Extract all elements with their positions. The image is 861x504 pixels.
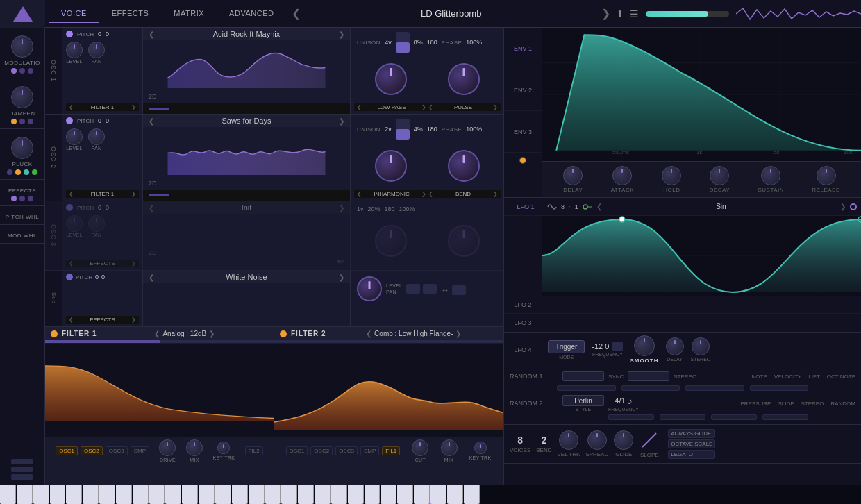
option-legato[interactable]: LEGATO bbox=[668, 450, 715, 459]
menu-icon[interactable]: ☰ bbox=[630, 8, 639, 19]
filter1-fil2-btn[interactable]: FIL2 bbox=[245, 446, 263, 455]
env-attack-knob[interactable] bbox=[612, 166, 632, 185]
random1-slider1[interactable] bbox=[557, 385, 616, 391]
osc1-unison-slider[interactable] bbox=[396, 32, 410, 53]
piano-white-key[interactable] bbox=[199, 485, 215, 504]
filter2-type-right[interactable]: ❯ bbox=[455, 330, 461, 337]
piano-white-key[interactable] bbox=[83, 485, 99, 504]
osc3-enable[interactable] bbox=[66, 204, 73, 211]
filter2-fil1-btn[interactable]: FIL1 bbox=[382, 446, 400, 455]
piano-white-key[interactable] bbox=[298, 485, 314, 504]
piano-white-key[interactable] bbox=[447, 485, 463, 504]
osc1-filter-left-arrow[interactable]: ❮ bbox=[69, 104, 74, 110]
lfo4-trigger-btn[interactable]: Trigger bbox=[548, 340, 585, 353]
filter2-mix-knob[interactable] bbox=[441, 439, 458, 456]
piano-white-key[interactable] bbox=[165, 485, 181, 504]
osc3-edit-icon[interactable]: ✏ bbox=[337, 257, 344, 267]
osc1-enable[interactable] bbox=[66, 31, 73, 37]
sub-enable[interactable] bbox=[66, 274, 73, 280]
osc3-filter-left[interactable]: ❮ bbox=[69, 260, 74, 267]
env1-label[interactable]: ENV 1 bbox=[504, 28, 542, 69]
env2-label[interactable]: ENV 2 bbox=[504, 69, 542, 111]
tab-voice[interactable]: VOICE bbox=[49, 5, 99, 23]
spread-knob[interactable] bbox=[587, 430, 607, 450]
piano-white-key[interactable] bbox=[0, 485, 16, 504]
filter2-osc2-btn[interactable]: OSC2 bbox=[310, 446, 333, 455]
random1-slider4[interactable] bbox=[750, 385, 809, 391]
piano-white-key[interactable] bbox=[281, 485, 297, 504]
piano-white-key[interactable] bbox=[315, 485, 331, 504]
osc1-filter-right-arrow[interactable]: ❯ bbox=[131, 104, 136, 110]
osc2-main-knob[interactable] bbox=[375, 150, 407, 182]
veltrk-knob[interactable] bbox=[559, 430, 578, 450]
filter2-osc3-btn[interactable]: OSC3 bbox=[335, 446, 358, 455]
random1-slider3[interactable] bbox=[685, 385, 744, 391]
osc3-wave-left[interactable]: ❮ bbox=[149, 204, 154, 212]
random2-slider4[interactable] bbox=[762, 414, 808, 420]
filter2-keytrk-knob[interactable] bbox=[474, 442, 487, 454]
tab-matrix[interactable]: MATRIX bbox=[161, 5, 217, 23]
piano-white-key[interactable] bbox=[99, 485, 115, 504]
osc2-second-knob[interactable] bbox=[448, 150, 480, 182]
option-always-glide[interactable]: ALWAYS GLIDE bbox=[668, 429, 715, 438]
osc2-mod-left-arrow[interactable]: ❮ bbox=[357, 191, 362, 197]
filter2-smp-btn[interactable]: SMP bbox=[360, 446, 379, 455]
osc3-second-knob[interactable] bbox=[448, 225, 480, 257]
random2-style-field[interactable]: Perlin bbox=[562, 395, 604, 406]
osc1-pan-knob[interactable] bbox=[88, 42, 105, 58]
piano-white-key[interactable] bbox=[50, 485, 66, 504]
osc3-main-knob[interactable] bbox=[375, 225, 407, 257]
piano-white-key[interactable] bbox=[66, 485, 82, 504]
piano-white-key[interactable] bbox=[397, 485, 413, 504]
osc3-wave-right[interactable]: ❯ bbox=[339, 204, 344, 212]
filter1-drive-knob[interactable] bbox=[159, 439, 176, 456]
filter1-osc2-btn[interactable]: OSC2 bbox=[81, 446, 103, 455]
filter1-type-right[interactable]: ❯ bbox=[209, 330, 215, 337]
piano-white-key[interactable] bbox=[17, 485, 33, 504]
sub-shape-icon-2[interactable] bbox=[423, 284, 437, 294]
lfo1-side-label[interactable] bbox=[504, 216, 542, 296]
random2-slider1[interactable] bbox=[608, 414, 654, 420]
osc1-wave-left[interactable]: ❮ bbox=[149, 31, 154, 38]
lfo4-label[interactable]: LFO 4 bbox=[504, 333, 542, 367]
piano-white-key[interactable] bbox=[116, 485, 132, 504]
osc1-mod-right-arrow[interactable]: ❯ bbox=[421, 104, 426, 110]
filter2-cut-knob[interactable] bbox=[412, 439, 428, 456]
random2-slider2[interactable] bbox=[660, 414, 705, 420]
piano-white-key[interactable] bbox=[33, 485, 49, 504]
osc2-filter-left-arrow[interactable]: ❮ bbox=[69, 191, 74, 197]
env-delay-knob[interactable] bbox=[563, 166, 583, 185]
piano-white-key[interactable] bbox=[464, 485, 480, 504]
env3-label[interactable]: ENV 3 bbox=[504, 111, 542, 153]
env-release-knob[interactable] bbox=[817, 166, 836, 185]
nav-left-arrow[interactable]: ❮ bbox=[286, 7, 306, 20]
osc2-wave-left[interactable]: ❮ bbox=[149, 117, 154, 125]
lfo1-label[interactable]: LFO 1 bbox=[508, 203, 543, 210]
lfo4-smooth-knob[interactable] bbox=[634, 335, 655, 356]
lfo4-stereo-knob[interactable] bbox=[692, 337, 710, 355]
piano-white-key[interactable] bbox=[149, 485, 165, 504]
piano-white-key[interactable] bbox=[414, 485, 430, 504]
modulation-knob[interactable] bbox=[11, 35, 33, 58]
osc2-filter-right-arrow[interactable]: ❯ bbox=[131, 191, 136, 197]
filter2-osc1-btn[interactable]: OSC1 bbox=[286, 446, 308, 455]
osc3-level-knob[interactable] bbox=[66, 215, 83, 232]
sub-wave-right[interactable]: ❯ bbox=[339, 274, 344, 281]
osc2-wave-right[interactable]: ❯ bbox=[339, 117, 344, 125]
piano-white-key[interactable] bbox=[331, 485, 347, 504]
lfo2-label[interactable]: LFO 2 bbox=[504, 296, 542, 314]
lfo1-arrow-left[interactable]: ❮ bbox=[596, 203, 602, 210]
osc2-mod-right-arrow[interactable]: ❯ bbox=[421, 191, 426, 197]
piano-white-key[interactable] bbox=[265, 485, 281, 504]
sub-shape-icon-1[interactable] bbox=[406, 284, 420, 294]
osc3-pan-knob[interactable] bbox=[88, 215, 105, 232]
sub-level-knob[interactable] bbox=[357, 276, 382, 301]
osc1-mod2-right-arrow[interactable]: ❯ bbox=[493, 104, 498, 110]
env-sustain-knob[interactable] bbox=[761, 166, 780, 185]
filter1-osc1-btn[interactable]: OSC1 bbox=[56, 446, 78, 455]
osc1-second-knob[interactable] bbox=[448, 63, 480, 95]
piano-white-key[interactable] bbox=[215, 485, 231, 504]
share-icon[interactable]: ⬆ bbox=[616, 8, 624, 19]
osc1-wave-right[interactable]: ❯ bbox=[339, 31, 344, 38]
osc2-mod2-right-arrow[interactable]: ❯ bbox=[493, 191, 498, 197]
